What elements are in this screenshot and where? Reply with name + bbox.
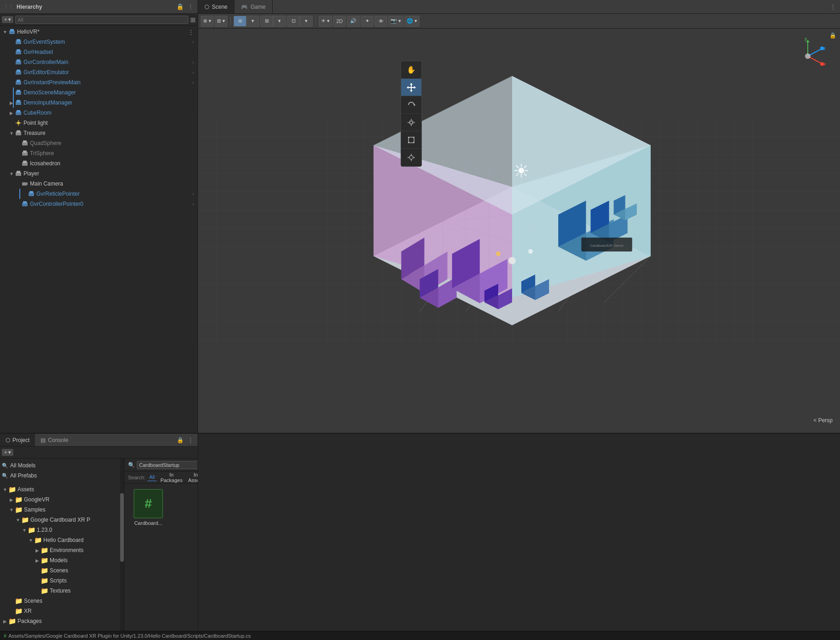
project-tree-environments[interactable]: ▶ 📁 Environments xyxy=(0,545,124,555)
sound-button[interactable]: 🔊 xyxy=(347,16,360,27)
folder-icon: 📁 xyxy=(41,547,48,554)
global-btn-dropdown[interactable]: ▾ xyxy=(273,16,286,27)
expand-arrow[interactable]: ▼ xyxy=(28,538,34,543)
project-tree-samples[interactable]: ▼ 📁 Samples xyxy=(0,505,124,515)
project-tree-all-prefabs[interactable]: 🔍 All Prefabs xyxy=(0,471,124,481)
project-tree-item-label: Hello Cardboard xyxy=(43,537,83,543)
transform-all-tool-button[interactable] xyxy=(401,149,421,166)
hierarchy-item-gvrEditorEmulator[interactable]: GvrEditorEmulator › xyxy=(0,67,198,77)
project-add-button[interactable]: + ▾ xyxy=(2,449,13,456)
render-mode-button[interactable]: 🌐 ▾ xyxy=(404,16,420,27)
project-lock-icon[interactable]: 🔒 xyxy=(177,437,184,443)
hierarchy-item-icosahedron[interactable]: Icosahedron xyxy=(0,158,198,169)
camera-icon xyxy=(21,180,29,187)
expand-arrow[interactable]: ▼ xyxy=(8,507,15,512)
rotate-tool-button[interactable] xyxy=(401,96,421,114)
project-tree-textures[interactable]: 📁 Textures xyxy=(0,586,124,596)
project-tree-assets[interactable]: ▼ 📁 Assets xyxy=(0,484,124,495)
snap-toggle-button[interactable]: ⊞ ▾ xyxy=(215,16,228,27)
hierarchy-item-gvrControllerPointer0[interactable]: GvrControllerPointer0 › xyxy=(0,199,198,209)
hierarchy-item-gvrHeadset[interactable]: GvrHeadset xyxy=(0,47,198,57)
project-tree-item-label: GoogleVR xyxy=(24,496,49,503)
hierarchy-item-gvrControllerMain[interactable]: GvrControllerMain › xyxy=(0,57,198,67)
expand-arrow[interactable]: ▼ xyxy=(2,29,8,35)
expand-arrow[interactable]: ▶ xyxy=(2,619,8,624)
svg-rect-28 xyxy=(23,151,27,153)
expand-arrow[interactable]: ▶ xyxy=(8,111,15,116)
project-tree-version[interactable]: ▼ 📁 1.23.0 xyxy=(0,525,124,535)
file-item-name: Cardboard... xyxy=(134,520,162,526)
grid-btn-dropdown[interactable]: ▾ xyxy=(300,16,313,27)
scene-panel-more-icon[interactable]: ⋮ xyxy=(830,3,836,11)
hierarchy-item-pointLight[interactable]: Point light xyxy=(0,118,198,128)
hierarchy-item-triSphere[interactable]: TriSphere xyxy=(0,148,198,158)
gizmos-toggle-button[interactable]: ⊕ ▾ xyxy=(201,16,214,27)
hierarchy-item-quadSphere[interactable]: QuadSphere xyxy=(0,138,198,148)
hierarchy-item-mainCamera[interactable]: Main Camera xyxy=(0,179,198,189)
hierarchy-filter-icon[interactable]: ⊞ xyxy=(190,16,196,23)
expand-arrow[interactable]: ▼ xyxy=(15,518,21,523)
scale-tool-button[interactable] xyxy=(401,114,421,131)
svg-rect-7 xyxy=(17,59,20,62)
item-settings-icon[interactable]: ⋮ xyxy=(188,29,194,35)
hierarchy-item-player[interactable]: ▼ Player xyxy=(0,169,198,179)
hierarchy-search-input[interactable] xyxy=(15,16,188,24)
expand-arrow[interactable]: ▼ xyxy=(2,487,8,492)
project-tree-scenes-sub[interactable]: 📁 Scenes xyxy=(0,565,124,576)
file-item-cardboard-startup[interactable]: # Cardboard... xyxy=(130,489,167,526)
project-tree-all-models[interactable]: 🔍 All Models xyxy=(0,460,124,471)
expand-arrow[interactable]: ▼ xyxy=(8,171,15,176)
scene-lock-icon[interactable]: 🔒 xyxy=(829,32,836,39)
global-local-button[interactable]: ⊞ xyxy=(260,16,273,27)
expand-arrow[interactable]: ▼ xyxy=(8,131,15,136)
hierarchy-item-demoInputManager[interactable]: ▶ DemoInputManager xyxy=(0,98,198,108)
filter-all-button[interactable]: All xyxy=(147,473,157,481)
expand-arrow[interactable]: ▶ xyxy=(34,548,41,553)
tab-project[interactable]: ⬡ Project xyxy=(0,434,35,446)
project-tree-packages[interactable]: ▶ 📁 Packages xyxy=(0,616,124,626)
scene-visibility-button[interactable]: 👁 xyxy=(374,16,387,27)
center-pivot-button[interactable]: ⊕ xyxy=(233,16,246,27)
tab-game[interactable]: 🎮 Game xyxy=(234,0,273,13)
svg-rect-33 xyxy=(22,182,27,186)
hierarchy-item-gvrEventSystem[interactable]: GvrEventSystem › xyxy=(0,37,198,47)
expand-arrow[interactable]: ▼ xyxy=(21,528,28,533)
tab-scene[interactable]: ⬡ Scene xyxy=(198,0,234,13)
grid-button[interactable]: ⊡ xyxy=(287,16,300,27)
scene-gizmo[interactable]: y x z xyxy=(789,38,826,75)
project-tree-googleVR[interactable]: ▶ 📁 GoogleVR xyxy=(0,495,124,505)
project-tree-xr[interactable]: 📁 XR xyxy=(0,606,124,616)
hierarchy-item-gvrReticlePointer[interactable]: GvrReticlePointer › xyxy=(0,189,198,199)
project-tree-cardboard-xr[interactable]: ▼ 📁 Google Cardboard XR P xyxy=(0,515,124,525)
hierarchy-item-cubeRoom[interactable]: ▶ CubeRoom xyxy=(0,108,198,118)
hierarchy-more-icon[interactable]: ⋮ xyxy=(187,3,194,11)
project-tree-hello-cardboard[interactable]: ▼ 📁 Hello Cardboard xyxy=(0,535,124,545)
expand-arrow[interactable]: ▶ xyxy=(34,558,41,563)
center-btn-dropdown[interactable]: ▾ xyxy=(246,16,259,27)
filter-in-packages-button[interactable]: In Packages xyxy=(158,471,184,484)
fx-button[interactable]: ✦ xyxy=(361,16,373,27)
tree-scrollbar[interactable] xyxy=(120,459,124,631)
project-tree-models[interactable]: ▶ 📁 Models xyxy=(0,555,124,565)
rect-tool-button[interactable] xyxy=(401,131,421,149)
hierarchy-item-helloVR[interactable]: ▼ HelloVR* ⋮ xyxy=(0,27,198,37)
hierarchy-item-demoSceneManager[interactable]: DemoSceneManager xyxy=(0,87,198,98)
move-tool-button[interactable] xyxy=(401,79,421,96)
tab-console[interactable]: ▤ Console xyxy=(35,434,74,446)
project-tree-scenes[interactable]: 📁 Scenes xyxy=(0,596,124,606)
file-search-input[interactable] xyxy=(137,461,198,469)
2d-button[interactable]: 2D xyxy=(333,16,346,27)
scene-view[interactable]: ✋ xyxy=(198,29,840,433)
svg-rect-52 xyxy=(408,137,409,138)
filter-in-assets-button[interactable]: In Assets xyxy=(186,471,198,484)
scene-camera-button[interactable]: 📷 ▾ xyxy=(388,16,403,27)
hand-tool-button[interactable]: ✋ xyxy=(401,61,421,79)
hierarchy-lock-icon[interactable]: 🔒 xyxy=(176,3,184,10)
hierarchy-item-gvrInstantPreviewMain[interactable]: GvrInstantPreviewMain › xyxy=(0,77,198,87)
hierarchy-item-treasure[interactable]: ▼ Treasure xyxy=(0,128,198,138)
hierarchy-add-button[interactable]: + ▾ xyxy=(2,16,13,23)
project-tree-scripts[interactable]: 📁 Scripts xyxy=(0,576,124,586)
lighting-dropdown-button[interactable]: ☀ ▾ xyxy=(319,16,332,27)
expand-arrow[interactable]: ▶ xyxy=(8,497,15,502)
project-more-icon[interactable]: ⋮ xyxy=(187,436,194,444)
